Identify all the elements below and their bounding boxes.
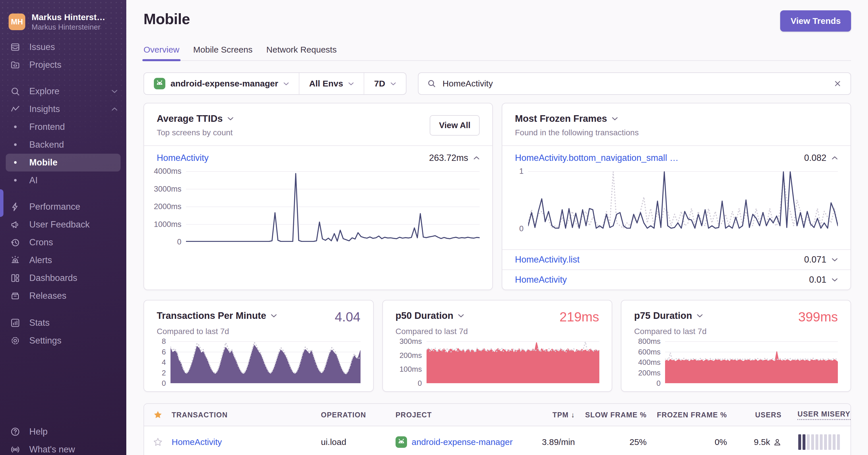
sidebar-item-user-feedback[interactable]: User Feedback [0, 216, 126, 233]
col-header-slow-frame[interactable]: SLOW FRAME % [575, 411, 647, 419]
bullet-icon [9, 161, 22, 164]
date-range-value: 7D [374, 79, 385, 88]
p50-value: 219ms [559, 310, 599, 323]
transaction-link[interactable]: HomeActivity [515, 275, 567, 285]
project-link[interactable]: android-expense-manager [412, 437, 513, 447]
bullet-icon [9, 143, 22, 146]
tab-network-requests[interactable]: Network Requests [267, 45, 337, 60]
clock-icon [9, 237, 22, 248]
frozen-transaction-row: HomeActivity 0.01 [502, 269, 850, 289]
card-title: Average TTIDs [157, 113, 234, 124]
sidebar-item-frontend[interactable]: Frontend [0, 118, 126, 136]
chevron-down-icon [612, 117, 618, 121]
chevron-down-icon [271, 314, 277, 318]
app-window: MH Markus Hinterst… Markus Hintersteiner… [0, 0, 868, 455]
transaction-link[interactable]: HomeActivity.bottom_navigation_small … [515, 153, 679, 163]
trend-line-icon [9, 104, 22, 114]
frozen-frames-chart: 10 [502, 168, 850, 229]
sidebar-item-crons[interactable]: Crons [0, 233, 126, 251]
environment-value: All Envs [309, 79, 343, 88]
gear-icon [9, 336, 22, 346]
sidebar-footer: Help What's new [0, 423, 126, 455]
project-cell: android-expense-manager [396, 436, 526, 448]
sidebar-item-label: Settings [29, 336, 61, 346]
p50-chart: 300ms200ms100ms0 [396, 341, 599, 383]
tpm-card: Transactions Per Minute 4.04 Compared to… [144, 300, 374, 392]
transaction-link[interactable]: HomeActivity [172, 437, 222, 447]
star-toggle[interactable] [144, 437, 172, 447]
project-name: android-expense-manager [170, 79, 278, 88]
collapse-icon[interactable] [832, 156, 838, 160]
android-icon [154, 78, 165, 89]
transaction-link[interactable]: HomeActivity.list [515, 255, 580, 265]
collapse-icon[interactable] [473, 156, 479, 160]
sidebar-item-projects[interactable]: Projects [0, 56, 126, 74]
chevron-down-icon [391, 82, 396, 86]
bullet-icon [9, 125, 22, 128]
most-frozen-frames-card: Most Frozen Frames Found in the followin… [502, 103, 851, 290]
col-header-user-misery[interactable]: USER MISERY [782, 410, 850, 420]
frozen-transaction-row: HomeActivity.bottom_navigation_small … 0… [502, 146, 850, 168]
view-trends-button[interactable]: View Trends [780, 10, 851, 32]
siren-icon [9, 255, 22, 265]
sidebar-item-backend[interactable]: Backend [0, 136, 126, 154]
sidebar-item-label: AI [29, 175, 38, 186]
chevron-up-icon [112, 107, 118, 111]
sidebar-item-whats-new[interactable]: What's new [0, 440, 126, 455]
sidebar-item-label: Dashboards [29, 273, 77, 283]
col-header-operation[interactable]: OPERATION [321, 411, 396, 419]
chevron-down-icon [348, 82, 354, 86]
chevron-down-icon [696, 314, 703, 318]
p75-duration-card: p75 Duration 399ms Compared to last 7d 8… [621, 300, 851, 392]
sidebar-item-settings[interactable]: Settings [0, 332, 126, 349]
tpm-value: 4.04 [335, 310, 361, 323]
search-value: HomeActivity [443, 79, 493, 88]
col-header-frozen-frame[interactable]: FROZEN FRAME % [647, 411, 727, 419]
chevron-down-icon [227, 117, 234, 121]
project-selector[interactable]: android-expense-manager [144, 73, 299, 94]
page-title: Mobile [144, 10, 190, 28]
date-range-selector[interactable]: 7D [364, 73, 406, 94]
col-header-transaction[interactable]: TRANSACTION [172, 411, 321, 419]
android-icon [396, 436, 407, 448]
clear-search-button[interactable] [833, 79, 842, 88]
search-icon [9, 86, 22, 96]
sidebar-item-ai[interactable]: AI [0, 171, 126, 189]
bar-chart-icon [9, 318, 22, 328]
card-subtitle: Top screens by count [157, 128, 234, 137]
sidebar-item-explore[interactable]: Explore [0, 82, 126, 100]
expand-icon[interactable] [832, 258, 838, 262]
col-header-project[interactable]: PROJECT [396, 411, 526, 419]
tab-overview[interactable]: Overview [144, 45, 179, 60]
col-header-tpm[interactable]: TPM ↓ [526, 411, 575, 419]
sidebar-item-stats[interactable]: Stats [0, 314, 126, 332]
sidebar-item-performance[interactable]: Performance [0, 198, 126, 216]
sidebar-item-label: Crons [29, 237, 53, 248]
sidebar-item-insights[interactable]: Insights [0, 100, 126, 118]
tpm-chart: 86420 [157, 341, 361, 383]
sidebar-item-releases[interactable]: Releases [0, 287, 126, 305]
sidebar-item-issues[interactable]: Issues [0, 38, 126, 56]
sidebar-item-mobile[interactable]: Mobile [6, 154, 121, 171]
search-input[interactable]: HomeActivity [418, 73, 851, 95]
expand-icon[interactable] [832, 278, 838, 282]
page-header: Mobile View Trends [144, 10, 851, 32]
bullet-icon [9, 179, 22, 181]
sidebar-item-dashboards[interactable]: Dashboards [0, 269, 126, 287]
sidebar-item-help[interactable]: Help [0, 423, 126, 440]
star-header-icon[interactable] [144, 410, 172, 420]
sidebar-item-alerts[interactable]: Alerts [0, 251, 126, 269]
tab-mobile-screens[interactable]: Mobile Screens [193, 45, 253, 60]
sidebar-item-label: Explore [29, 86, 59, 96]
transaction-link[interactable]: HomeActivity [157, 153, 209, 163]
frozen-frame-cell: 0% [647, 437, 727, 447]
org-switcher[interactable]: MH Markus Hinterst… Markus Hintersteiner [0, 8, 126, 36]
sidebar-item-label: Stats [29, 318, 50, 328]
tpm-cell: 3.89/min [526, 437, 575, 447]
sidebar-item-label: Backend [29, 140, 64, 150]
environment-selector[interactable]: All Envs [299, 73, 364, 94]
col-header-users[interactable]: USERS [727, 411, 782, 419]
view-all-button[interactable]: View All [430, 115, 479, 136]
help-icon [9, 427, 22, 437]
nav-divider [0, 189, 126, 198]
